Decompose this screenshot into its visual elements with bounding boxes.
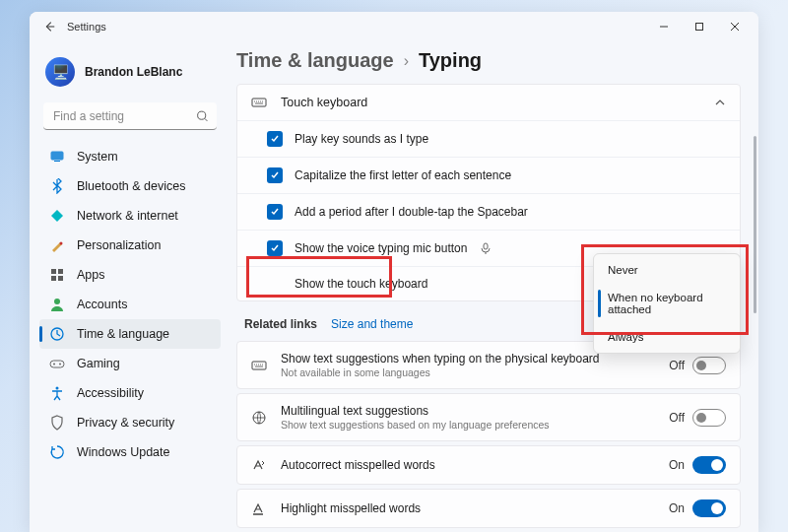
toggle[interactable] [692,409,726,427]
bluetooth-icon [49,178,65,194]
sidebar-item-time[interactable]: Time & language [39,319,221,349]
sidebar-item-personalization[interactable]: Personalization [39,231,221,260]
highlight-icon [251,500,267,516]
sidebar-item-update[interactable]: Windows Update [39,437,221,467]
sidebar-item-label: Gaming [77,357,120,370]
sidebar-item-label: Accessibility [77,386,144,400]
checkbox[interactable] [267,131,283,147]
profile-name: Brandon LeBlanc [85,65,182,79]
maximize-icon [694,22,704,32]
breadcrumb: Time & language › Typing [236,49,741,72]
time-icon [49,326,65,342]
sidebar-item-accessibility[interactable]: Accessibility [39,378,221,408]
minimize-icon [659,22,669,32]
setting-row[interactable]: Multilingual text suggestionsShow text s… [236,393,741,441]
toggle[interactable] [692,357,726,374]
apps-icon [49,267,65,283]
setting-row[interactable]: Autocorrect misspelled wordsOn [236,445,741,485]
sidebar-item-privacy[interactable]: Privacy & security [39,408,221,437]
sidebar-item-label: Accounts [77,298,127,311]
svg-rect-5 [51,269,56,274]
page-title: Typing [419,49,482,72]
scrollbar-thumb[interactable] [754,136,756,313]
svg-point-13 [59,364,61,366]
gaming-icon [49,356,65,371]
sidebar-item-label: System [77,150,118,164]
window-controls [646,13,753,40]
checkbox[interactable] [267,167,283,183]
window-title: Settings [67,21,106,33]
svg-rect-3 [54,161,60,162]
svg-rect-15 [252,99,266,106]
keyboard-icon [251,358,267,373]
profile[interactable]: 🖥️ Brandon LeBlanc [39,47,221,100]
settings-window: Settings 🖥️ Brandon LeBlanc SystemBlueto… [30,12,758,532]
scrollbar[interactable] [754,136,756,522]
svg-point-4 [60,242,63,245]
svg-rect-16 [484,243,488,249]
toggle[interactable] [692,456,726,474]
row-label: Play key sounds as I type [295,132,428,146]
show-touch-keyboard-dropdown[interactable]: NeverWhen no keyboard attachedAlways [593,253,741,354]
checkbox[interactable] [267,204,283,220]
sidebar-item-label: Personalization [77,238,161,252]
row-label: Capitalize the first letter of each sent… [295,168,511,182]
multilingual-icon [251,410,267,426]
setting-subtitle: Not available in some languages [281,366,655,378]
setting-title: Multilingual text suggestions [281,404,655,418]
update-icon [49,444,65,460]
sidebar-item-network[interactable]: Network & internet [39,201,221,231]
search-box [43,102,217,130]
svg-rect-7 [51,276,56,281]
sidebar-item-label: Privacy & security [77,416,174,430]
toggle-state-label: On [669,458,685,472]
sidebar-item-label: Network & internet [77,209,178,223]
sidebar-item-label: Windows Update [77,445,170,459]
breadcrumb-parent[interactable]: Time & language [236,49,394,72]
back-button[interactable] [35,13,63,40]
checkbox[interactable] [267,240,283,256]
arrow-left-icon [42,20,56,33]
sidebar-item-accounts[interactable]: Accounts [39,290,221,319]
setting-row[interactable]: Highlight misspelled wordsOn [236,489,741,528]
sidebar-item-bluetooth[interactable]: Bluetooth & devices [39,171,221,201]
setting-title: Highlight misspelled words [281,501,655,515]
accessibility-icon [49,385,65,401]
sidebar: 🖥️ Brandon LeBlanc SystemBluetooth & dev… [30,41,227,532]
chevron-up-icon [714,97,726,108]
panel-title: Touch keyboard [281,96,367,109]
svg-point-14 [56,387,59,390]
dropdown-item[interactable]: Never [596,256,738,284]
related-link-size-theme[interactable]: Size and theme [331,317,413,331]
dropdown-item[interactable]: Always [596,323,738,351]
minimize-button[interactable] [646,13,682,40]
touch-keyboard-row[interactable]: Play key sounds as I type [237,120,740,157]
personalization-icon [49,237,65,253]
toggle[interactable] [692,499,726,517]
sidebar-item-label: Apps [77,268,105,282]
titlebar: Settings [30,12,758,41]
sidebar-item-system[interactable]: System [39,142,221,171]
dropdown-item[interactable]: When no keyboard attached [596,284,738,323]
privacy-icon [49,415,65,431]
setting-title: Show text suggestions when typing on the… [281,352,655,366]
related-label: Related links [244,317,317,331]
touch-keyboard-row[interactable]: Capitalize the first letter of each sent… [237,157,740,193]
network-icon [49,208,65,224]
svg-rect-8 [58,276,63,281]
svg-rect-0 [696,24,703,31]
close-button[interactable] [717,13,753,40]
touch-keyboard-row[interactable]: Add a period after I double-tap the Spac… [237,193,740,230]
search-input[interactable] [43,102,217,130]
avatar: 🖥️ [45,57,75,87]
setting-title: Autocorrect misspelled words [281,458,655,472]
sidebar-item-gaming[interactable]: Gaming [39,349,221,378]
sidebar-item-apps[interactable]: Apps [39,260,221,290]
chevron-right-icon: › [404,52,409,70]
touch-keyboard-header[interactable]: Touch keyboard [237,85,740,120]
mic-icon [481,242,491,254]
maximize-button[interactable] [682,13,717,40]
svg-rect-6 [58,269,63,274]
svg-point-12 [53,364,55,366]
keyboard-icon [251,95,267,110]
